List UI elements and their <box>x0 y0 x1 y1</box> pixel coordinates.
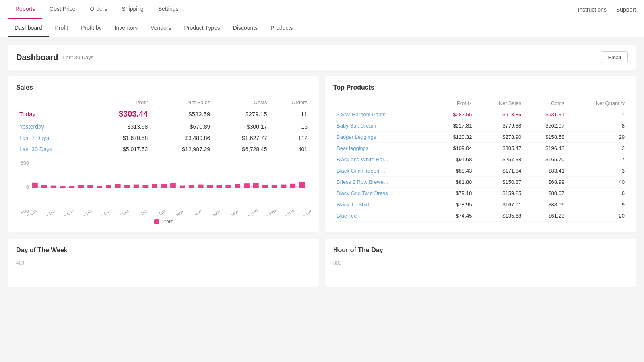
cards-row: Sales Profit Net Sales Costs Orders Toda… <box>8 76 636 232</box>
product-name[interactable]: Black Grid Hareem ... <box>333 165 432 177</box>
product-name[interactable]: Bear leggings <box>333 143 432 154</box>
products-row[interactable]: Blue Tee $74.45 $135.68 $61.23 20 <box>333 210 628 222</box>
svg-text:0: 0 <box>26 185 29 190</box>
product-net-sales: $159.25 <box>475 188 524 199</box>
product-qty: 2 <box>568 143 628 154</box>
products-row[interactable]: Baby Suit Cream $217.81 $779.88 $562.07 … <box>333 120 628 132</box>
sales-card: Sales Profit Net Sales Costs Orders Toda… <box>8 76 319 232</box>
products-row[interactable]: Briess 2 Row Brewe... $81.88 $150.87 $68… <box>333 177 628 188</box>
sales-row-label: Yesterday <box>16 121 87 132</box>
product-name[interactable]: Blue Tee <box>333 210 432 222</box>
products-row[interactable]: Black Grid Twirl Dress $79.18 $159.25 $8… <box>333 188 628 199</box>
x-label: 2 Nov <box>172 209 185 216</box>
products-row[interactable]: 3 Star Hareem Pants $282.55 $913.86 $631… <box>333 109 628 120</box>
product-profit: $78.95 <box>432 199 475 210</box>
x-label: 16 Nov <box>300 208 311 216</box>
product-costs: $631.31 <box>524 109 568 120</box>
dashboard-title: Dashboard <box>16 53 58 62</box>
legend-label: Profit <box>161 219 173 224</box>
products-row[interactable]: Black T - Shirt $78.95 $167.01 $88.06 9 <box>333 199 628 210</box>
products-row[interactable]: Black Grid Hareem ... $88.43 $171.84 $83… <box>333 165 628 177</box>
email-button[interactable]: Email <box>601 51 628 63</box>
x-label: 19 Oct <box>43 208 56 216</box>
bar <box>51 186 56 188</box>
sales-row-orders: 11 <box>270 107 311 121</box>
product-net-sales: $150.87 <box>475 177 524 188</box>
sales-row-profit: $5,017.53 <box>87 144 151 155</box>
product-qty: 9 <box>568 199 628 210</box>
product-net-sales: $135.68 <box>475 210 524 222</box>
products-table: Profit ▾ Net Sales Costs Net Quantity 3 … <box>333 98 628 222</box>
bar <box>281 185 287 188</box>
svg-text:500: 500 <box>21 160 29 166</box>
product-name[interactable]: Baby Suit Cream <box>333 120 432 132</box>
bar <box>87 185 93 188</box>
sub-nav: Dashboard Profit Profit by Inventory Ven… <box>0 19 644 37</box>
products-row[interactable]: Badger Leggings $120.32 $278.90 $158.58 … <box>333 132 628 143</box>
nav-settings[interactable]: Settings <box>151 0 186 19</box>
bar <box>180 186 185 188</box>
product-qty: 7 <box>568 154 628 165</box>
product-costs: $80.07 <box>524 188 568 199</box>
subnav-inventory[interactable]: Inventory <box>108 19 144 37</box>
sales-row-costs: $1,627.77 <box>213 132 270 144</box>
sort-arrow-icon: ▾ <box>470 101 472 105</box>
bar <box>189 185 194 188</box>
products-row[interactable]: Bear leggings $109.04 $305.47 $196.43 2 <box>333 143 628 154</box>
product-costs: $83.41 <box>524 165 568 177</box>
product-name[interactable]: Black T - Shirt <box>333 199 432 210</box>
sales-row-orders: 112 <box>270 132 311 144</box>
sales-row-profit: $313.68 <box>87 121 151 132</box>
subnav-profit-by[interactable]: Profit by <box>74 19 108 37</box>
top-products-title: Top Products <box>333 84 628 91</box>
prod-col-profit[interactable]: Profit ▾ <box>432 98 475 109</box>
x-label: 25 Oct <box>98 208 111 216</box>
bar <box>244 183 250 188</box>
subnav-profit[interactable]: Profit <box>49 19 75 37</box>
sales-row[interactable]: Last 30 Days $5,017.53 $12,987.29 $6,728… <box>16 144 311 155</box>
sales-chart: 500 0 -500 17 Oct19 Oct21 Oct23 Oct25 Oc… <box>16 160 311 224</box>
product-qty: 3 <box>568 165 628 177</box>
product-net-sales: $305.47 <box>475 143 524 154</box>
product-name[interactable]: Black and White Har... <box>333 154 432 165</box>
nav-cost-price[interactable]: Cost Price <box>42 0 83 19</box>
dashboard-header: Dashboard Last 30 Days Email <box>8 45 636 70</box>
bar <box>41 185 47 188</box>
product-profit: $109.04 <box>432 143 475 154</box>
subnav-vendors[interactable]: Vendors <box>144 19 178 37</box>
col-profit: Profit <box>87 98 151 107</box>
bar <box>152 184 157 188</box>
sales-row-costs: $6,728.45 <box>213 144 270 155</box>
instructions-link[interactable]: Instructions <box>578 6 607 13</box>
product-name[interactable]: Black Grid Twirl Dress <box>333 188 432 199</box>
sales-chart-svg: 500 0 -500 17 Oct19 Oct21 Oct23 Oct25 Oc… <box>16 160 311 216</box>
product-name[interactable]: 3 Star Hareem Pants <box>333 109 432 120</box>
nav-shipping[interactable]: Shipping <box>114 0 151 19</box>
support-link[interactable]: Support <box>616 6 636 13</box>
subnav-dashboard[interactable]: Dashboard <box>8 19 49 37</box>
nav-orders[interactable]: Orders <box>83 0 115 19</box>
col-label <box>16 98 87 107</box>
sales-row-net-sales: $3,489.86 <box>151 132 213 144</box>
subnav-product-types[interactable]: Product Types <box>178 19 227 37</box>
sales-row-profit: $303.44 <box>87 107 151 121</box>
prod-col-costs: Costs <box>524 98 568 109</box>
products-row[interactable]: Black and White Har... $91.68 $257.38 $1… <box>333 154 628 165</box>
x-label: 6 Nov <box>209 209 221 216</box>
bar <box>262 185 268 188</box>
sales-row[interactable]: Yesterday $313.68 $670.89 $300.17 16 <box>16 121 311 132</box>
subnav-products[interactable]: Products <box>264 19 299 37</box>
sales-row[interactable]: Last 7 Days $1,670.58 $3,489.86 $1,627.7… <box>16 132 311 144</box>
product-costs: $158.58 <box>524 132 568 143</box>
day-of-week-card: Day of The Week 400 <box>8 239 319 287</box>
product-costs: $88.06 <box>524 199 568 210</box>
product-name[interactable]: Badger Leggings <box>333 132 432 143</box>
hour-of-day-ymax: 800 <box>333 260 628 266</box>
subnav-discounts[interactable]: Discounts <box>227 19 264 37</box>
product-costs: $196.43 <box>524 143 568 154</box>
nav-reports[interactable]: Reports <box>8 0 42 19</box>
product-name[interactable]: Briess 2 Row Brewe... <box>333 177 432 188</box>
bar <box>235 184 240 188</box>
hour-of-day-title: Hour of The Day <box>333 247 628 254</box>
product-profit: $79.18 <box>432 188 475 199</box>
